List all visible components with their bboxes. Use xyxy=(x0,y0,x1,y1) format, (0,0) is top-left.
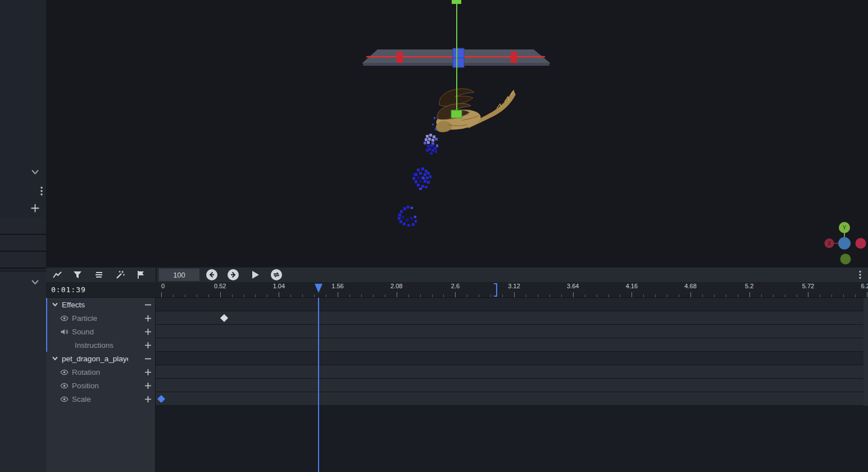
playhead-line[interactable] xyxy=(318,298,319,472)
axis-orientation-gizmo[interactable]: Y X xyxy=(821,220,868,267)
sidebar-list-item[interactable] xyxy=(0,218,46,235)
track-lane-sound[interactable] xyxy=(156,325,864,338)
axis-center-ball[interactable] xyxy=(838,237,851,249)
track-lane-scale[interactable] xyxy=(156,392,864,406)
dragon-model[interactable] xyxy=(432,89,516,133)
axis-x-label: X xyxy=(828,240,831,247)
track-name-particle[interactable]: Particle xyxy=(46,311,155,325)
ruler-tick-minor xyxy=(173,294,174,297)
kebab-menu-icon[interactable] xyxy=(39,186,44,198)
gizmo-x-handle-right[interactable] xyxy=(511,52,517,63)
track-name-effects[interactable]: Effects xyxy=(46,298,155,311)
minus-button[interactable] xyxy=(144,355,152,362)
ruler-tick-minor xyxy=(420,294,421,297)
plus-button[interactable] xyxy=(144,395,152,403)
axis-y-back-ball[interactable] xyxy=(840,254,851,265)
keyframe-diamond[interactable] xyxy=(157,395,165,403)
ruler-tick-minor xyxy=(538,294,538,297)
sidebar-list-item[interactable] xyxy=(0,235,46,252)
ruler-tick-minor xyxy=(714,294,715,297)
keyframe-diamond[interactable] xyxy=(220,314,228,322)
animation-editor-app: Y X xyxy=(0,0,868,472)
timeline-options-kebab-icon[interactable] xyxy=(858,270,866,279)
ruler-tick-minor xyxy=(502,294,503,297)
filter-icon[interactable] xyxy=(73,270,82,279)
ruler-label: 0.52 xyxy=(214,283,226,289)
plus-button[interactable] xyxy=(144,382,152,389)
add-icon[interactable] xyxy=(30,203,40,215)
ruler-tick-minor xyxy=(702,294,703,297)
sidebar-list-item[interactable] xyxy=(0,252,46,269)
viewport-canvas[interactable] xyxy=(46,0,868,267)
ruler-tick-minor xyxy=(620,294,620,297)
ruler-tick-minor xyxy=(585,294,585,297)
track-lane-pet-dragon-a-player[interactable] xyxy=(156,352,864,365)
track-lane-effects[interactable] xyxy=(156,298,864,311)
eye-icon[interactable] xyxy=(60,382,69,389)
ruler-tick-major xyxy=(455,292,456,297)
ruler-tick-minor xyxy=(432,294,433,297)
animation-end-marker[interactable] xyxy=(494,283,497,297)
gizmo-x-handle-left[interactable] xyxy=(397,52,403,63)
track-name-position[interactable]: Position xyxy=(46,379,155,392)
minus-button[interactable] xyxy=(144,301,152,308)
eye-icon[interactable] xyxy=(60,315,69,322)
eye-icon[interactable] xyxy=(60,396,69,403)
ruler-tick-minor xyxy=(385,294,385,297)
track-label: Position xyxy=(72,382,99,390)
track-lane-instructions[interactable] xyxy=(156,338,864,352)
flag-icon[interactable] xyxy=(137,270,146,279)
playhead-marker[interactable] xyxy=(315,284,322,293)
ruler-label: 5.72 xyxy=(802,283,814,289)
toolbar-separator xyxy=(156,267,157,282)
layers-icon[interactable] xyxy=(94,270,103,279)
current-time-display: 0:01:39 xyxy=(46,282,156,297)
track-lane-rotation[interactable] xyxy=(156,365,864,379)
track-name-scale[interactable]: Scale xyxy=(46,392,155,406)
ruler-label: 3.64 xyxy=(567,283,579,289)
left-sidebar xyxy=(0,0,46,472)
magic-wand-icon[interactable] xyxy=(116,270,125,279)
jump-back-button[interactable] xyxy=(206,269,218,281)
ruler-label: 2.08 xyxy=(390,283,402,289)
track-lane-area[interactable] xyxy=(156,298,868,472)
speaker-icon[interactable] xyxy=(60,328,69,335)
ruler-tick-minor xyxy=(549,294,550,297)
timeline-ruler[interactable]: 00.521.041.562.082.63.123.644.164.685.25… xyxy=(156,282,868,297)
track-name-rotation[interactable]: Rotation xyxy=(46,365,155,379)
lane-gutter xyxy=(864,298,868,406)
sidebar-lower-section xyxy=(0,271,46,472)
track-name-sound[interactable]: Sound xyxy=(46,325,155,338)
ruler-tick-minor xyxy=(855,294,856,297)
chevron-down-icon[interactable] xyxy=(52,302,58,307)
track-lane-particle[interactable] xyxy=(156,311,864,325)
chevron-down-icon[interactable] xyxy=(30,278,40,288)
gizmo-y-handle[interactable] xyxy=(451,110,462,118)
playback-speed-input[interactable] xyxy=(159,269,199,281)
track-name-instructions[interactable]: Instructions xyxy=(46,338,155,352)
plus-button[interactable] xyxy=(144,341,152,349)
ruler-tick-minor xyxy=(831,294,832,297)
chevron-down-icon[interactable] xyxy=(52,356,58,361)
ruler-tick-minor xyxy=(255,294,256,297)
track-label: pet_dragon_a_player xyxy=(62,355,128,363)
plus-button[interactable] xyxy=(144,314,152,322)
jump-forward-button[interactable] xyxy=(227,269,239,281)
plus-button[interactable] xyxy=(144,368,152,376)
eye-icon[interactable] xyxy=(60,369,69,376)
sidebar-list xyxy=(0,218,46,269)
track-name-pet-dragon-a-player[interactable]: pet_dragon_a_player xyxy=(46,352,155,365)
track-label: Particle xyxy=(72,314,97,323)
ruler-tick-minor xyxy=(185,294,185,297)
play-button[interactable] xyxy=(249,269,261,281)
axis-x-back-ball[interactable] xyxy=(856,238,866,249)
track-lane-position[interactable] xyxy=(156,379,864,392)
chevron-down-icon[interactable] xyxy=(30,168,40,178)
ruler-tick-minor xyxy=(797,294,797,297)
plus-button[interactable] xyxy=(144,328,152,335)
curve-icon[interactable] xyxy=(53,270,62,279)
ruler-tick-minor xyxy=(608,294,609,297)
loop-button[interactable] xyxy=(270,269,283,281)
viewport-3d[interactable]: Y X xyxy=(46,0,868,267)
gizmo-y-handle-top[interactable] xyxy=(452,0,461,4)
